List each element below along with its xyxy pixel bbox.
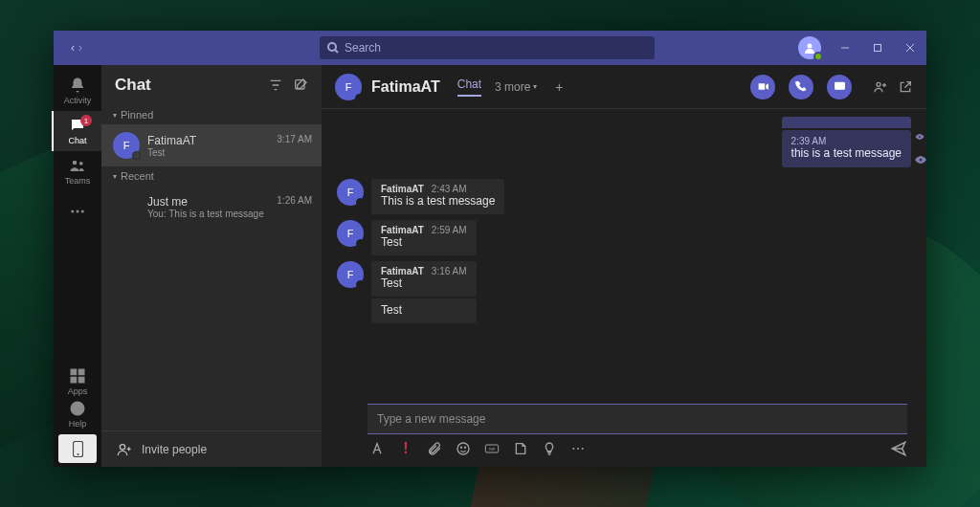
minimize-icon: [840, 43, 850, 53]
message-time: 2:39 AM: [791, 136, 902, 146]
new-chat-button[interactable]: [293, 77, 308, 93]
svg-point-25: [920, 159, 923, 162]
message-bubble[interactable]: Test: [371, 298, 477, 323]
emoji-button[interactable]: [456, 441, 471, 456]
rail-teams[interactable]: Teams: [54, 151, 101, 191]
screen-share-button[interactable]: [827, 75, 852, 99]
more-tabs[interactable]: 3 more▾: [495, 80, 537, 94]
chat-name: FatimaAT: [147, 134, 196, 147]
search-input[interactable]: Search: [320, 36, 655, 59]
presence-offline-icon: [132, 151, 141, 160]
notification-badge: 1: [80, 115, 92, 126]
add-people-button[interactable]: [873, 79, 888, 95]
group-label: Pinned: [121, 109, 153, 121]
rail-mobile[interactable]: [58, 434, 97, 463]
message-text: this is a test message: [791, 146, 902, 160]
profile-avatar[interactable]: [798, 36, 821, 59]
message-bubble[interactable]: FatimaAT3:16 AMTest: [371, 261, 477, 297]
presence-offline-icon: [355, 94, 364, 102]
chat-pane: F FatimaAT Chat 3 more▾ +: [322, 65, 926, 467]
priority-button[interactable]: !: [398, 441, 413, 456]
svg-point-9: [71, 210, 74, 213]
message-time: 2:43 AM: [432, 184, 467, 194]
message-bubble[interactable]: FatimaAT2:59 AMTest: [371, 220, 477, 255]
meeting-button[interactable]: [542, 441, 557, 456]
audio-call-button[interactable]: [789, 75, 813, 99]
format-button[interactable]: [369, 441, 385, 456]
gif-icon: GIF: [484, 441, 500, 456]
search-placeholder: Search: [345, 41, 381, 55]
sender-name: FatimaAT: [381, 266, 424, 276]
avatar: [113, 193, 140, 220]
compose-input[interactable]: Type a new message: [368, 404, 907, 434]
app-rail: Activity Chat 1 Teams Apps Help: [54, 65, 101, 467]
sender-name: FatimaAT: [381, 184, 424, 194]
sticker-button[interactable]: [513, 441, 528, 456]
svg-point-8: [79, 162, 83, 165]
minimize-button[interactable]: [829, 31, 861, 65]
svg-rect-13: [79, 369, 84, 374]
rail-chat[interactable]: Chat 1: [52, 111, 101, 151]
avatar: F: [337, 220, 364, 247]
svg-point-26: [457, 443, 469, 454]
more-actions-button[interactable]: [570, 441, 586, 456]
chat-item-just-me[interactable]: Just me1:26 AM You: This is a test messa…: [101, 186, 322, 228]
message-list[interactable]: 2:39 AM this is a test message FFatimaAT…: [322, 109, 926, 398]
presence-offline-icon: [356, 280, 365, 289]
chat-preview: You: This is a test message: [147, 209, 312, 219]
avatar: F: [337, 179, 364, 206]
rail-more[interactable]: [54, 191, 101, 231]
message-time: 3:16 AM: [432, 266, 467, 276]
close-button[interactable]: [894, 31, 926, 65]
teams-window: ‹ › Search Activity: [54, 31, 926, 467]
group-recent[interactable]: Recent: [101, 166, 322, 186]
chat-title: FatimaAT: [371, 78, 440, 96]
filter-button[interactable]: [268, 77, 283, 93]
invite-people[interactable]: Invite people: [101, 430, 322, 467]
add-tab-button[interactable]: +: [550, 78, 568, 96]
phone-icon: [795, 80, 808, 93]
popout-button[interactable]: [898, 79, 913, 95]
maximize-button[interactable]: [861, 31, 894, 65]
rail-activity[interactable]: Activity: [54, 71, 101, 111]
compose-placeholder: Type a new message: [377, 412, 485, 426]
svg-line-1: [335, 50, 338, 53]
more-icon: [570, 441, 586, 456]
tab-chat[interactable]: Chat: [457, 77, 481, 97]
invite-icon: [117, 442, 132, 457]
svg-point-11: [81, 210, 84, 213]
group-pinned[interactable]: Pinned: [101, 105, 322, 124]
svg-point-23: [877, 82, 880, 86]
message-bubble[interactable]: FatimaAT2:43 AMThis is a test message: [371, 179, 504, 214]
presence-offline-icon: [356, 198, 365, 207]
share-screen-icon: [834, 80, 846, 93]
svg-point-31: [572, 448, 574, 450]
svg-text:GIF: GIF: [489, 447, 496, 452]
back-button[interactable]: ‹: [71, 41, 75, 55]
rail-label: Help: [69, 419, 87, 429]
forward-button[interactable]: ›: [78, 41, 82, 55]
bell-icon: [69, 77, 86, 94]
video-call-button[interactable]: [750, 75, 775, 99]
rail-apps[interactable]: Apps: [54, 365, 101, 398]
header-avatar[interactable]: F: [335, 74, 362, 100]
chevron-down-icon: ▾: [533, 82, 537, 91]
incoming-message: FFatimaAT3:16 AMTestTest: [337, 261, 911, 323]
close-icon: [905, 43, 915, 53]
mobile-icon: [73, 441, 83, 457]
svg-point-19: [77, 453, 78, 455]
invite-label: Invite people: [142, 443, 207, 456]
people-add-icon: [873, 79, 888, 95]
svg-point-10: [77, 210, 79, 213]
send-button[interactable]: [890, 440, 907, 457]
chat-time: 1:26 AM: [277, 195, 312, 209]
search-icon: [327, 42, 339, 54]
attach-button[interactable]: [427, 441, 442, 456]
chat-item-fatimaat[interactable]: F FatimaAT3:17 AM Test: [101, 124, 322, 166]
rail-help[interactable]: Help: [54, 398, 101, 430]
svg-point-27: [460, 447, 461, 448]
chatlist-title: Chat: [115, 76, 258, 95]
chat-list: Chat Pinned F FatimaAT3:17 AM Test Recen…: [101, 65, 322, 467]
apps-icon: [69, 367, 86, 385]
gif-button[interactable]: GIF: [484, 441, 500, 456]
